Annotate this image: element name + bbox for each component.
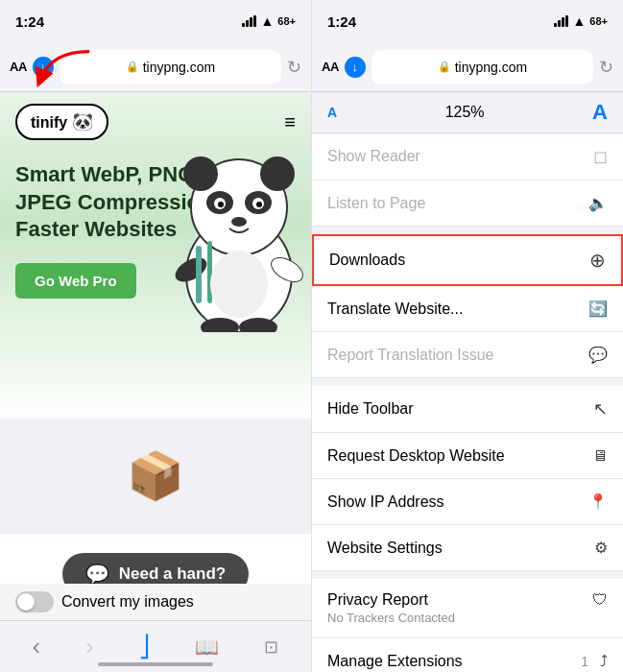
menu-item-translate[interactable]: Translate Website... 🔄 — [312, 286, 623, 332]
share-button-left[interactable]: ⎦ — [139, 635, 150, 660]
menu-item-show-reader[interactable]: Show Reader ◻ — [312, 133, 623, 180]
reload-button-right[interactable]: ↻ — [599, 57, 613, 78]
box-icon-left: 📦 — [127, 449, 184, 503]
download-indicator-right[interactable]: ↓ — [345, 57, 366, 78]
translate-label: Translate Website... — [327, 300, 463, 318]
convert-label-left: Convert my images — [61, 593, 194, 611]
font-size-row: A 125% A — [312, 92, 623, 133]
menu-gap-3 — [312, 571, 623, 579]
tabs-button-left[interactable]: ⊡ — [264, 636, 278, 658]
aa-button-left[interactable]: AA — [10, 60, 27, 74]
menu-item-downloads[interactable]: Downloads ⊕ — [312, 234, 623, 286]
menu-gap-2 — [312, 378, 623, 386]
left-panel: 1:24 ▲ 68+ AA ↓ 🔒 — [0, 0, 312, 672]
request-desktop-icon: 🖥 — [592, 447, 608, 465]
menu-item-manage-extensions[interactable]: Manage Extensions 1 ⤴ — [312, 638, 623, 672]
svg-rect-14 — [207, 241, 212, 303]
status-bar-left: 1:24 ▲ 68+ — [0, 0, 311, 42]
listen-label: Listen to Page — [327, 195, 425, 212]
svg-point-3 — [260, 156, 295, 191]
svg-point-15 — [210, 251, 268, 318]
downloads-icon: ⊕ — [589, 249, 606, 272]
extensions-icon: ⤴ — [600, 653, 608, 670]
extensions-badge: 1 — [581, 654, 588, 669]
url-text-right: tinypng.com — [455, 60, 527, 75]
menu-item-website-settings[interactable]: Website Settings ⚙ — [312, 525, 623, 571]
aa-button-right[interactable]: AA — [322, 60, 339, 74]
lock-icon-right: 🔒 — [438, 60, 451, 73]
back-button-left[interactable]: ‹ — [33, 632, 41, 661]
download-icon-right: ↓ — [352, 60, 359, 74]
hide-toolbar-label: Hide Toolbar — [327, 400, 414, 418]
svg-point-10 — [231, 217, 247, 227]
menu-item-request-desktop[interactable]: Request Desktop Website 🖥 — [312, 433, 623, 479]
privacy-report-label: Privacy Report — [327, 591, 428, 609]
website-settings-icon: ⚙ — [594, 539, 608, 557]
privacy-icon: 🛡 — [592, 591, 608, 609]
status-bar-right: 1:24 ▲ 68+ — [312, 0, 623, 42]
tinify-logo-left: tinify 🐼 — [15, 104, 108, 140]
go-web-pro-button-left[interactable]: Go Web Pro — [15, 263, 136, 299]
bookmarks-button-left[interactable]: 📖 — [195, 636, 219, 659]
svg-point-9 — [256, 202, 262, 207]
report-translation-icon: 💬 — [588, 346, 608, 364]
forward-button-left[interactable]: › — [85, 632, 94, 661]
menu-item-listen[interactable]: Listen to Page 🔈 — [312, 180, 623, 227]
website-content-left: tinify 🐼 ≡ Smart WebP, PNG and JPEG Comp… — [0, 92, 311, 419]
toggle-convert-left[interactable] — [15, 591, 54, 612]
svg-rect-13 — [196, 246, 202, 303]
menu-item-hide-toolbar[interactable]: Hide Toolbar ↖ — [312, 386, 623, 433]
show-ip-label: Show IP Address — [327, 493, 444, 511]
time-right: 1:24 — [327, 13, 356, 30]
wifi-icon-left: ▲ — [260, 13, 274, 29]
manage-extensions-label: Manage Extensions — [327, 653, 463, 670]
listen-icon: 🔈 — [588, 194, 608, 212]
panda-image-left — [167, 121, 311, 332]
lock-icon-left: 🔒 — [126, 60, 139, 73]
privacy-sublabel: No Trackers Contacted — [327, 611, 455, 625]
chat-icon-left: 💬 — [85, 563, 109, 586]
report-translation-label: Report Translation Issue — [327, 347, 493, 364]
upload-section-left: 📦 — [0, 419, 311, 534]
svg-point-2 — [183, 156, 218, 191]
show-ip-icon: 📍 — [588, 492, 608, 511]
show-reader-label: Show Reader — [327, 148, 420, 165]
dropdown-menu: A 125% A Show Reader ◻ Listen to Page 🔈 … — [312, 92, 623, 672]
convert-row-left: Convert my images — [0, 584, 311, 620]
battery-right: 68+ — [589, 15, 608, 27]
address-bar-right: AA ↓ 🔒 tinypng.com ↻ — [312, 42, 623, 92]
menu-item-show-ip[interactable]: Show IP Address 📍 — [312, 479, 623, 525]
url-field-right[interactable]: 🔒 tinypng.com — [371, 50, 593, 84]
url-text-left: tinypng.com — [143, 60, 215, 75]
right-panel: 1:24 ▲ 68+ AA ↓ 🔒 tinypng.com ↻ A 125% — [312, 0, 623, 672]
font-percent: 125% — [445, 104, 485, 121]
signal-icon-left — [242, 15, 256, 27]
translate-icon: 🔄 — [588, 300, 608, 318]
font-decrease-button[interactable]: A — [327, 105, 337, 120]
wifi-icon-right: ▲ — [572, 13, 586, 29]
request-desktop-label: Request Desktop Website — [327, 447, 505, 465]
reader-icon: ◻ — [593, 146, 608, 167]
red-arrow-annotation — [29, 46, 96, 89]
svg-point-8 — [218, 202, 224, 207]
website-settings-label: Website Settings — [327, 540, 443, 557]
menu-gap-1 — [312, 227, 623, 234]
reload-button-left[interactable]: ↻ — [287, 57, 301, 78]
hide-toolbar-icon: ↖ — [593, 398, 608, 420]
font-increase-button[interactable]: A — [592, 100, 608, 125]
extensions-right: 1 ⤴ — [581, 653, 608, 670]
privacy-main-row: Privacy Report 🛡 — [327, 591, 608, 609]
menu-item-report-translation[interactable]: Report Translation Issue 💬 — [312, 332, 623, 378]
status-icons-left: ▲ 68+ — [242, 13, 296, 29]
downloads-label: Downloads — [329, 252, 405, 269]
address-bar-left: AA ↓ 🔒 tinypng.com ↻ — [0, 42, 311, 92]
signal-icon-right — [554, 15, 568, 27]
home-indicator-left — [98, 662, 213, 666]
battery-left: 68+ — [277, 15, 296, 27]
menu-item-privacy-report[interactable]: Privacy Report 🛡 No Trackers Contacted — [312, 579, 623, 638]
time-left: 1:24 — [15, 13, 44, 30]
status-icons-right: ▲ 68+ — [554, 13, 608, 29]
